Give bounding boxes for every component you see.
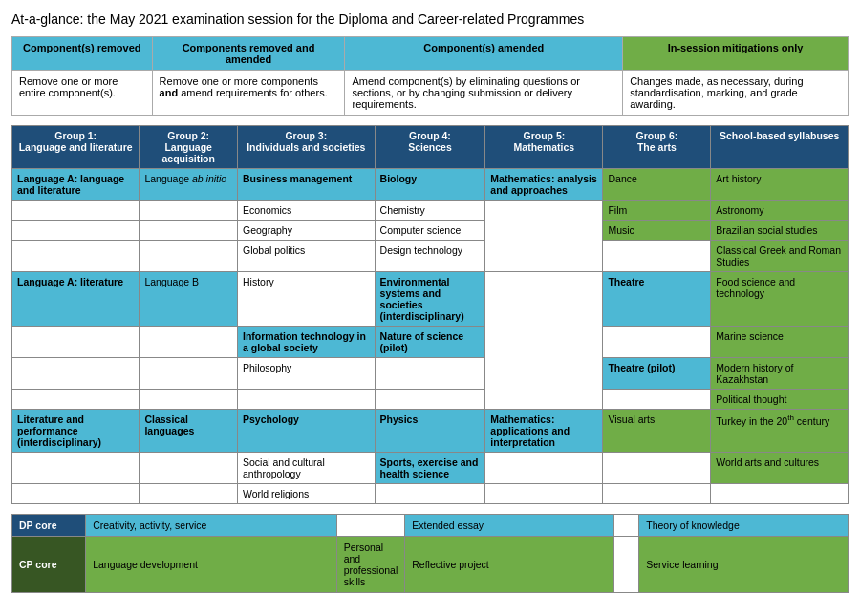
g6-row8 — [603, 390, 711, 410]
g2-row6 — [140, 327, 238, 358]
g4-row6: Nature of science (pilot) — [375, 327, 485, 358]
g4-row4: Design technology — [375, 241, 485, 272]
g4-row11 — [375, 484, 485, 504]
g5-row11 — [485, 484, 603, 504]
g5-row10 — [485, 453, 603, 484]
legend-table: Component(s) removed Components removed … — [11, 36, 849, 116]
sbs-row5: Food science and technology — [711, 272, 849, 327]
g1-row1: Language A: language and literature — [12, 169, 140, 201]
dp-core-item1: Creativity, activity, service — [86, 515, 337, 537]
dp-core-item3: Theory of knowledge — [639, 515, 849, 537]
g6-row4 — [603, 241, 711, 272]
g5-row1: Mathematics: analysis and approaches — [485, 169, 603, 201]
g1-row7 — [12, 358, 140, 390]
legend-desc-2: Remove one or more components and amend … — [152, 71, 345, 116]
dp-core-label: DP core — [12, 515, 86, 537]
g3-row9: Psychology — [237, 410, 375, 453]
g2-row1: Language ab initio — [140, 169, 238, 201]
g6-row2: Film — [603, 201, 711, 221]
g4-row3: Computer science — [375, 221, 485, 241]
g1-row2 — [12, 201, 140, 221]
cp-core-label: CP core — [12, 537, 86, 593]
g2-row2 — [140, 201, 238, 221]
legend-desc-3: Amend component(s) by eliminating questi… — [345, 71, 623, 116]
g1-row10 — [12, 453, 140, 484]
g6-row7: Theatre (pilot) — [603, 358, 711, 390]
page-title: At-a-glance: the May 2021 examination se… — [11, 11, 849, 27]
g1-row5: Language A: literature — [12, 272, 140, 327]
g4-row7 — [375, 358, 485, 390]
sbs-row10: World arts and cultures — [711, 453, 849, 484]
sbs-row4: Classical Greek and Roman Studies — [711, 241, 849, 272]
g3-row1: Business management — [237, 169, 375, 201]
g1-row4 — [12, 241, 140, 272]
legend-header-2: Components removed andamended — [152, 37, 345, 71]
g1-row9: Literature and performance (interdiscipl… — [12, 410, 140, 453]
g4-row5: Environmental systems and societies (int… — [375, 272, 485, 327]
g6-row6 — [603, 327, 711, 358]
g3-row5: History — [237, 272, 375, 327]
sbs-row6: Marine science — [711, 327, 849, 358]
g2-row5: Language B — [140, 272, 238, 327]
group1-header: Group 1:Language and literature — [12, 126, 140, 169]
g2-row11 — [140, 484, 238, 504]
dp-core-item2: Extended essay — [405, 515, 614, 537]
g4-row2: Chemistry — [375, 201, 485, 221]
g1-row11 — [12, 484, 140, 504]
g6-row3: Music — [603, 221, 711, 241]
g3-row8 — [237, 390, 375, 410]
g2-row4 — [140, 241, 238, 272]
legend-header-4: In-session mitigations only — [623, 37, 849, 71]
g3-row11: World religions — [237, 484, 375, 504]
legend-header-1: Component(s) removed — [12, 37, 153, 71]
group5-header: Group 5:Mathematics — [485, 126, 603, 169]
g4-row9: Physics — [375, 410, 485, 453]
g1-row6 — [12, 327, 140, 358]
g3-row7: Philosophy — [237, 358, 375, 390]
sbs-row2: Astronomy — [711, 201, 849, 221]
cp-core-item4: Service learning — [639, 537, 849, 593]
group3-header: Group 3:Individuals and societies — [237, 126, 375, 169]
group2-header: Group 2:Language acquisition — [140, 126, 238, 169]
g5-row5 — [485, 272, 603, 410]
g5-row2 — [485, 201, 603, 272]
g3-row6: Information technology in a global socie… — [237, 327, 375, 358]
sbs-row9: Turkey in the 20th century — [711, 410, 849, 453]
school-based-header: School-based syllabuses — [711, 126, 849, 169]
sbs-row3: Brazilian social studies — [711, 221, 849, 241]
cp-core-item3: Reflective project — [405, 537, 614, 593]
g1-row3 — [12, 221, 140, 241]
g4-row1: Biology — [375, 169, 485, 201]
sbs-row1: Art history — [711, 169, 849, 201]
g2-row10 — [140, 453, 238, 484]
g2-row3 — [140, 221, 238, 241]
g6-row11 — [603, 484, 711, 504]
cp-core-item1: Language development — [86, 537, 337, 593]
sbs-row7: Modern history of Kazakhstan — [711, 358, 849, 390]
legend-desc-4: Changes made, as necessary, during stand… — [623, 71, 849, 116]
g1-row8 — [12, 390, 140, 410]
g3-row2: Economics — [237, 201, 375, 221]
group6-header: Group 6:The arts — [603, 126, 711, 169]
legend-desc-1: Remove one or more entire component(s). — [12, 71, 153, 116]
g4-row8 — [375, 390, 485, 410]
sbs-row11 — [711, 484, 849, 504]
g5-row9: Mathematics: applications and interpreta… — [485, 410, 603, 453]
core-table: DP core Creativity, activity, service Ex… — [11, 514, 849, 593]
g6-row10 — [603, 453, 711, 484]
g6-row5: Theatre — [603, 272, 711, 327]
g3-row10: Social and cultural anthropology — [237, 453, 375, 484]
g2-row9: Classical languages — [140, 410, 238, 453]
cp-core-item2: Personal and professional skills — [336, 537, 405, 593]
g2-row8 — [140, 390, 238, 410]
g6-row1: Dance — [603, 169, 711, 201]
g3-row3: Geography — [237, 221, 375, 241]
g2-row7 — [140, 358, 238, 390]
legend-header-3: Component(s) amended — [345, 37, 623, 71]
g4-row10: Sports, exercise and health science — [375, 453, 485, 484]
g6-row9: Visual arts — [603, 410, 711, 453]
sbs-row8: Political thought — [711, 390, 849, 410]
main-subject-table: Group 1:Language and literature Group 2:… — [11, 125, 849, 504]
group4-header: Group 4:Sciences — [375, 126, 485, 169]
g3-row4: Global politics — [237, 241, 375, 272]
